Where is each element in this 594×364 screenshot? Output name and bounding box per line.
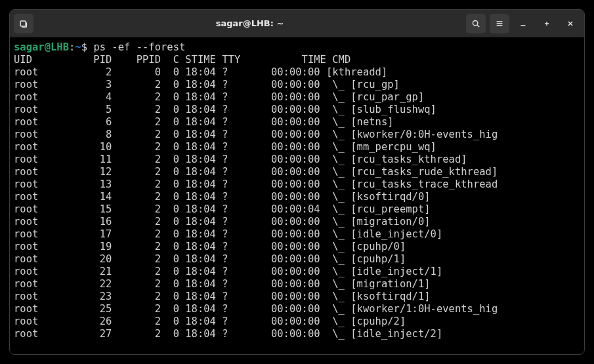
ps-header: UID PID PPID C STIME TTY TIME CMD bbox=[14, 54, 580, 66]
hamburger-icon bbox=[495, 19, 504, 28]
new-tab-icon bbox=[19, 19, 28, 28]
maximize-button[interactable] bbox=[537, 14, 557, 33]
prompt-path: ~ bbox=[75, 41, 81, 53]
prompt-user: sagar bbox=[14, 41, 45, 53]
ps-row: root 10 2 0 18:04 ? 00:00:00 \_ [mm_perc… bbox=[14, 141, 580, 153]
ps-row: root 6 2 0 18:04 ? 00:00:00 \_ [netns] bbox=[14, 116, 580, 129]
prompt-line: sagar@LHB:~$ ps -ef --forest bbox=[14, 41, 580, 54]
ps-row: root 14 2 0 18:04 ? 00:00:00 \_ [ksoftir… bbox=[14, 191, 580, 203]
ps-row: root 26 2 0 18:04 ? 00:00:00 \_ [cpuhp/2… bbox=[14, 315, 580, 328]
titlebar: sagar@LHB: ~ bbox=[10, 10, 584, 37]
ps-row: root 15 2 0 18:04 ? 00:00:04 \_ [rcu_pre… bbox=[14, 203, 580, 216]
svg-rect-0 bbox=[20, 21, 26, 26]
new-tab-button[interactable] bbox=[14, 14, 33, 33]
terminal-body[interactable]: sagar@LHB:~$ ps -ef --forestUID PID PPID… bbox=[10, 37, 584, 354]
minimize-icon bbox=[519, 19, 528, 28]
ps-row: root 16 2 0 18:04 ? 00:00:00 \_ [migrati… bbox=[14, 216, 580, 228]
ps-row: root 23 2 0 18:04 ? 00:00:00 \_ [ksoftir… bbox=[14, 291, 580, 303]
prompt-symbol: $ bbox=[81, 41, 94, 53]
ps-row: root 2 0 0 18:04 ? 00:00:00 [kthreadd] bbox=[14, 66, 580, 79]
minimize-button[interactable] bbox=[513, 14, 533, 33]
prompt-host: LHB bbox=[51, 41, 69, 53]
prompt-colon: : bbox=[69, 41, 75, 53]
ps-row: root 21 2 0 18:04 ? 00:00:00 \_ [idle_in… bbox=[14, 266, 580, 278]
maximize-icon bbox=[542, 19, 551, 28]
ps-row: root 22 2 0 18:04 ? 00:00:00 \_ [migrati… bbox=[14, 278, 580, 291]
menu-button[interactable] bbox=[490, 14, 509, 33]
close-button[interactable] bbox=[561, 14, 580, 33]
svg-point-1 bbox=[473, 20, 477, 25]
search-button[interactable] bbox=[466, 14, 486, 33]
ps-row: root 8 2 0 18:04 ? 00:00:00 \_ [kworker/… bbox=[14, 129, 580, 141]
ps-row: root 13 2 0 18:04 ? 00:00:00 \_ [rcu_tas… bbox=[14, 178, 580, 191]
ps-row: root 12 2 0 18:04 ? 00:00:00 \_ [rcu_tas… bbox=[14, 166, 580, 178]
ps-row: root 11 2 0 18:04 ? 00:00:00 \_ [rcu_tas… bbox=[14, 153, 580, 166]
window-title: sagar@LHB: ~ bbox=[37, 17, 462, 30]
prompt-at: @ bbox=[45, 41, 51, 53]
ps-row: root 5 2 0 18:04 ? 00:00:00 \_ [slub_flu… bbox=[14, 104, 580, 116]
ps-row: root 4 2 0 18:04 ? 00:00:00 \_ [rcu_par_… bbox=[14, 91, 580, 104]
ps-row: root 17 2 0 18:04 ? 00:00:00 \_ [idle_in… bbox=[14, 228, 580, 241]
ps-row: root 20 2 0 18:04 ? 00:00:00 \_ [cpuhp/1… bbox=[14, 253, 580, 266]
ps-row: root 19 2 0 18:04 ? 00:00:00 \_ [cpuhp/0… bbox=[14, 241, 580, 253]
command-text: ps -ef --forest bbox=[93, 41, 185, 53]
search-icon bbox=[471, 19, 480, 28]
terminal-window: sagar@LHB: ~ sagar bbox=[9, 9, 585, 355]
close-icon bbox=[566, 19, 575, 28]
ps-row: root 27 2 0 18:04 ? 00:00:00 \_ [idle_in… bbox=[14, 328, 580, 340]
ps-row: root 3 2 0 18:04 ? 00:00:00 \_ [rcu_gp] bbox=[14, 79, 580, 91]
ps-row: root 25 2 0 18:04 ? 00:00:00 \_ [kworker… bbox=[14, 303, 580, 315]
